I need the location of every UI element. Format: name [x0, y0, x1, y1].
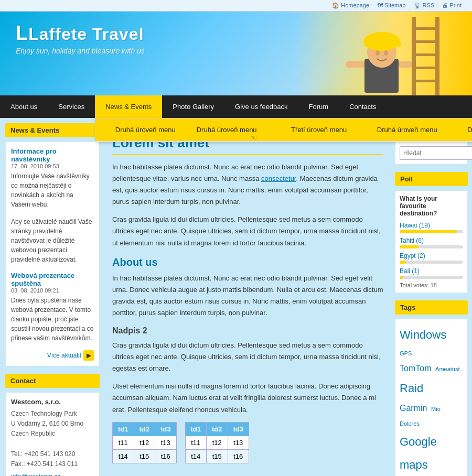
nav-item-feedback[interactable]: Give us feedback — [224, 95, 298, 118]
svg-rect-14 — [346, 61, 364, 68]
dropdown-arrow-4: ▶ — [368, 126, 373, 134]
tag-raid[interactable]: Raid — [400, 382, 423, 395]
tag-mio[interactable]: Mio — [431, 406, 441, 412]
tag-dolores[interactable]: Dolores — [400, 420, 420, 427]
news-item-1-link[interactable]: Informace pro návštěvníky — [11, 147, 57, 163]
tag-ameatust[interactable]: Ameatust — [435, 366, 459, 372]
poll-link-bali[interactable]: Bali (1) — [400, 267, 420, 275]
nav-link-about-us[interactable]: About us — [0, 95, 48, 118]
poll-bar-tahiti-wrap — [400, 245, 463, 248]
svg-rect-13 — [399, 61, 412, 68]
dropdown-arrow-5: ▶ — [458, 126, 464, 134]
dropdown-item-2[interactable]: Druhá úroveň menu — [186, 118, 267, 142]
nav-item-contacts[interactable]: Contacts — [339, 95, 387, 118]
poll-link-hawai[interactable]: Hawai (19) — [400, 222, 430, 229]
content-text-1: In hac habitasse platea dictumst. Nunc a… — [112, 161, 383, 208]
poll-bar-hawai-wrap — [400, 230, 463, 233]
table1-header-3: td3 — [155, 422, 177, 436]
dropdown-link-4[interactable]: ▶ Druhá úroveň menu — [357, 118, 448, 142]
poll-title: Poll — [395, 172, 468, 186]
news-events-title: News & Events — [5, 123, 100, 137]
news-events-body: Informace pro návštěvníky 17. 08. 2010 0… — [5, 142, 100, 366]
contact-address: Czech Technology Park U Vodárny 2, 616 0… — [11, 409, 94, 469]
content-text-2: Cras gravida ligula id dui dictum ultric… — [112, 214, 383, 248]
tag-google-maps[interactable]: Google maps — [400, 435, 437, 471]
content-table-1: td1 td2 td3 t11 t12 t13 t14 t15 t16 — [112, 422, 177, 463]
table-row: t11 t12 t13 — [185, 436, 249, 449]
news-item-1-extra: Aby se uživatelé naučili Vaše stránky pr… — [11, 217, 94, 264]
more-link[interactable]: Více aktualit — [47, 352, 81, 359]
news-item-2-date: 03. 08. 2010 09:21 — [11, 287, 94, 294]
search-input[interactable] — [400, 146, 472, 160]
table1-header-1: td1 — [113, 422, 134, 436]
svg-rect-6 — [412, 80, 439, 82]
search-body: 🔍 — [395, 142, 468, 165]
contact-email-link[interactable]: info@westcom.cz — [11, 473, 60, 476]
nav-item-photo-gallery[interactable]: Photo Gallery — [162, 95, 224, 118]
svg-rect-2 — [412, 27, 439, 30]
dropdown-item-5[interactable]: ▶ Druhá úroveň menu — [448, 118, 472, 142]
nav-item-services[interactable]: Services — [48, 95, 95, 118]
tag-windows[interactable]: Windows — [400, 328, 446, 341]
svg-rect-5 — [412, 67, 439, 69]
contact-body: Westcom, s.r.o. Czech Technology Park U … — [5, 392, 100, 476]
more-arrow-icon: ▶ — [83, 350, 94, 361]
nav-link-photo-gallery[interactable]: Photo Gallery — [162, 95, 224, 118]
poll-link-tahiti[interactable]: Tahiti (6) — [400, 237, 424, 244]
more-link-wrap[interactable]: Více aktualit ▶ — [11, 350, 94, 361]
content-table-2: td1 td2 td3 t11 t12 t13 t14 t15 t16 — [185, 422, 250, 463]
tag-garmin[interactable]: Garmin — [400, 404, 427, 413]
dropdown-item-4[interactable]: ▶ Druhá úroveň menu — [357, 118, 448, 142]
svg-rect-10 — [364, 41, 401, 47]
header-image — [294, 12, 472, 95]
main-content: … > Stránka Lorem sit amet In hac habita… — [105, 118, 391, 476]
svg-rect-4 — [412, 53, 439, 56]
nav-link-news-events[interactable]: News & Events — [95, 95, 162, 118]
tag-tomtom[interactable]: TomTom — [400, 364, 431, 373]
nav-link-contacts[interactable]: Contacts — [339, 95, 387, 118]
poll-item-bali: Bali (1) — [400, 267, 463, 279]
poll-link-egypt[interactable]: Egypt (2) — [400, 252, 425, 259]
nav-item-about-us[interactable]: About us — [0, 95, 48, 118]
table-row: t14 t15 t16 — [113, 449, 177, 463]
sitemap-link[interactable]: 🗺 Sitemap — [377, 2, 405, 8]
poll-bar-bali-wrap — [400, 276, 463, 279]
dropdown-item-3[interactable]: ▶ Třetí úroveň menu — [267, 118, 358, 142]
news-item-1-date: 17. 08. 2010 09:53 — [11, 163, 94, 169]
poll-body: What is your favourite destination? Hawa… — [395, 190, 468, 293]
homepage-link[interactable]: 🏠 Homepage — [332, 2, 369, 8]
nav-dropdown: ▶ Druhá úroveň menu Druhá úroveň menu ▶ … — [95, 118, 472, 142]
news-item-2-link[interactable]: Webová prezentace spuštěna — [11, 272, 74, 287]
dropdown-link-1[interactable]: ▶ Druhá úroveň menu — [95, 118, 186, 142]
search-form: 🔍 — [400, 146, 463, 160]
poll-section: Poll What is your favourite destination?… — [395, 172, 468, 293]
contact-email[interactable]: info@westcom.cz — [11, 472, 94, 476]
nav-link-feedback[interactable]: Give us feedback — [224, 95, 298, 118]
poll-total: Total votes: 18 — [400, 282, 463, 288]
news-item-1-title[interactable]: Informace pro návštěvníky — [11, 147, 94, 163]
news-item-2-title[interactable]: Webová prezentace spuštěna — [11, 272, 94, 287]
content-link-1[interactable]: consectetur — [261, 175, 296, 182]
nav-link-services[interactable]: Services — [48, 95, 95, 118]
main-nav: About us Services News & Events ▶ Druhá … — [0, 95, 472, 118]
poll-item-tahiti: Tahiti (6) — [400, 236, 463, 248]
dropdown-link-5[interactable]: ▶ Druhá úroveň menu — [448, 118, 472, 142]
right-sidebar: Search 🔍 Poll What is your favourite des… — [391, 118, 472, 476]
nav-item-news-events[interactable]: News & Events ▶ Druhá úroveň menu Druhá … — [95, 95, 162, 118]
dropdown-arrow-3: ▶ — [282, 126, 287, 134]
news-item-2: Webová prezentace spuštěna 03. 08. 2010 … — [11, 272, 94, 343]
rss-link[interactable]: 📡 RSS — [414, 2, 435, 8]
table2-header-3: td3 — [228, 422, 249, 436]
print-link[interactable]: 🖨 Print — [442, 2, 462, 8]
tags-section: Tags Windows GPS TomTom Ameatust Raid Ga… — [395, 300, 468, 476]
table1-header-2: td2 — [134, 422, 155, 436]
nav-link-forum[interactable]: Forum — [298, 95, 339, 118]
news-item-2-text: Dnes byla spuštěna naše webová prezentac… — [11, 296, 94, 343]
tag-gps[interactable]: GPS — [400, 350, 412, 356]
contact-title: Contact — [5, 374, 100, 388]
nav-item-forum[interactable]: Forum — [298, 95, 339, 118]
dropdown-item-1[interactable]: ▶ Druhá úroveň menu — [95, 118, 186, 142]
dropdown-link-2[interactable]: Druhá úroveň menu — [186, 118, 267, 142]
dropdown-link-3[interactable]: ▶ Třetí úroveň menu — [267, 118, 358, 142]
poll-question: What is your favourite destination? — [400, 195, 463, 217]
